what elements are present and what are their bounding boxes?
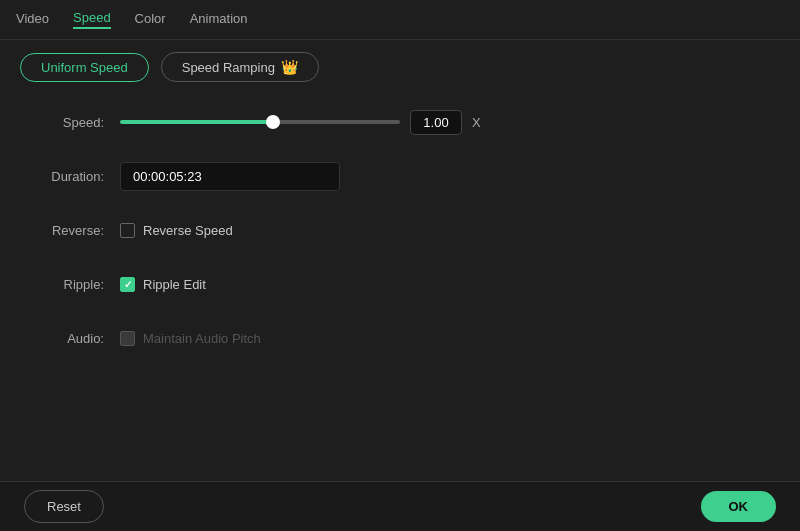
- audio-checkbox[interactable]: [120, 331, 135, 346]
- ok-button[interactable]: OK: [701, 491, 777, 522]
- ripple-checkbox-label: Ripple Edit: [143, 277, 206, 292]
- tab-speed[interactable]: Speed: [73, 10, 111, 29]
- sub-tabs-container: Uniform Speed Speed Ramping 👑: [0, 40, 800, 94]
- speed-unit-label: X: [472, 115, 481, 130]
- ripple-checkbox[interactable]: [120, 277, 135, 292]
- top-nav: Video Speed Color Animation: [0, 0, 800, 40]
- reverse-checkbox[interactable]: [120, 223, 135, 238]
- audio-row: Audio: Maintain Audio Pitch: [40, 320, 760, 356]
- audio-label: Audio:: [40, 331, 120, 346]
- reverse-row: Reverse: Reverse Speed: [40, 212, 760, 248]
- crown-icon: 👑: [281, 59, 298, 75]
- speed-slider-container: X: [120, 110, 760, 135]
- reverse-checkbox-label: Reverse Speed: [143, 223, 233, 238]
- reverse-label: Reverse:: [40, 223, 120, 238]
- tab-color[interactable]: Color: [135, 11, 166, 28]
- subtab-uniform-speed[interactable]: Uniform Speed: [20, 53, 149, 82]
- ripple-label: Ripple:: [40, 277, 120, 292]
- bottom-bar: Reset OK: [0, 481, 800, 531]
- reset-button[interactable]: Reset: [24, 490, 104, 523]
- tab-video[interactable]: Video: [16, 11, 49, 28]
- tab-animation[interactable]: Animation: [190, 11, 248, 28]
- audio-checkbox-row: Maintain Audio Pitch: [120, 331, 261, 346]
- reverse-checkbox-row: Reverse Speed: [120, 223, 233, 238]
- speed-value-input[interactable]: [410, 110, 462, 135]
- ripple-row: Ripple: Ripple Edit: [40, 266, 760, 302]
- duration-row: Duration:: [40, 158, 760, 194]
- form-content: Speed: X Duration: Reverse: Reverse Spee…: [0, 94, 800, 384]
- speed-label: Speed:: [40, 115, 120, 130]
- speed-slider[interactable]: [120, 120, 400, 124]
- subtab-speed-ramping[interactable]: Speed Ramping 👑: [161, 52, 319, 82]
- duration-label: Duration:: [40, 169, 120, 184]
- audio-checkbox-label: Maintain Audio Pitch: [143, 331, 261, 346]
- speed-row: Speed: X: [40, 104, 760, 140]
- ripple-checkbox-row: Ripple Edit: [120, 277, 206, 292]
- duration-input[interactable]: [120, 162, 340, 191]
- speed-ramping-label: Speed Ramping: [182, 60, 275, 75]
